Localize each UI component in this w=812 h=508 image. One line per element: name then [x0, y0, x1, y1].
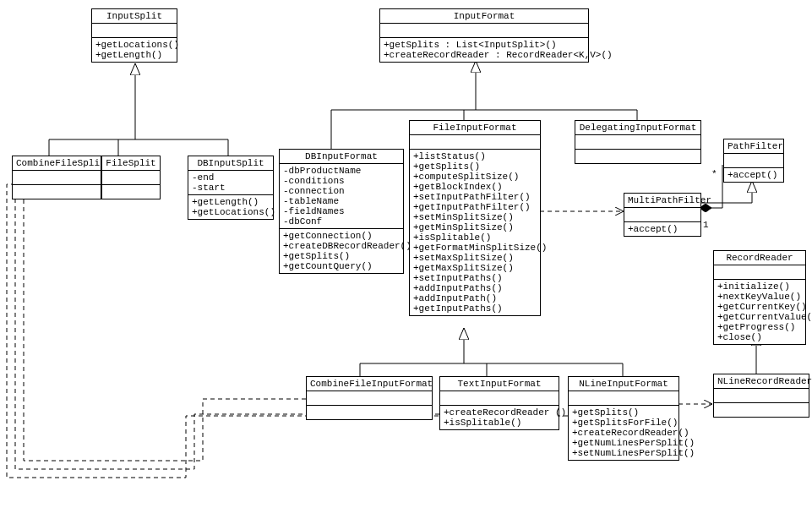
m: +getCountQuery() [283, 261, 400, 271]
m: +getCurrentKey() [717, 302, 802, 312]
class-combinefileinputformat: CombineFileInputFormat [306, 376, 433, 420]
m: +accept() [628, 224, 697, 234]
m: +getSplits() [283, 251, 400, 261]
mult-one: 1 [703, 220, 709, 230]
m: +createRecordReader () [444, 407, 555, 418]
title: MultiPathFilter [628, 195, 711, 205]
m: +setMinSplitSize() [413, 212, 537, 222]
m: +getMinSplitSize() [413, 222, 537, 232]
a: -tableName [283, 196, 400, 206]
m: +getFormatMinSplitSize() [413, 243, 537, 253]
a: -dbConf [283, 216, 400, 227]
m: +getProgress() [717, 322, 802, 332]
m: +setMaxSplitSize() [413, 253, 537, 263]
a: -fieldNames [283, 206, 400, 216]
m: +createRecordReader : RecordReader<K,V>(… [384, 50, 585, 60]
title: InputFormat [454, 11, 515, 21]
m: +createRecordReader() [572, 428, 675, 438]
title: InputSplit [106, 11, 162, 21]
m: +isSplitable() [413, 232, 537, 243]
title: NLineInputFormat [579, 379, 668, 389]
title: RecordReader [726, 253, 793, 263]
m: +initialize() [717, 281, 802, 292]
title: CombineFileInputFormat [310, 379, 433, 389]
class-nlinerecordreader: NLineRecordReader [713, 374, 809, 418]
m: +getSplits() [572, 407, 675, 418]
m: +isSplitable() [444, 418, 555, 428]
a: -end [192, 172, 270, 183]
class-delegatinginputformat: DelegatingInputFormat [575, 120, 701, 164]
title: CombineFileSplit [16, 158, 106, 168]
m: +getSplits : List<InputSplit>() [384, 40, 585, 50]
class-inputsplit: InputSplit +getLocations() +getLength() [91, 8, 177, 63]
m: +computeSplitSize() [413, 172, 537, 182]
title: DBInputSplit [197, 158, 264, 168]
a: -connection [283, 186, 400, 196]
m: +addInputPaths() [413, 283, 537, 293]
m: +close() [717, 332, 802, 342]
class-combinefilesplit: CombineFileSplit [12, 156, 101, 199]
class-recordreader: RecordReader +initialize()+nextKeyValue(… [713, 250, 806, 345]
title: DBInputFormat [305, 151, 378, 161]
m: +setNumLinesPerSplit() [572, 448, 675, 458]
m: +getLength() [192, 197, 270, 207]
m: +getSplitsForFile() [572, 418, 675, 428]
class-dbinputformat: DBInputFormat -dbProductName -conditions… [279, 149, 404, 274]
m: +getInputPathFilter() [413, 202, 537, 212]
m: +getLength() [95, 50, 173, 60]
a: -dbProductName [283, 166, 400, 176]
m: +getSplits() [413, 161, 537, 172]
m: +getCurrentValue() [717, 312, 802, 322]
m: +getBlockIndex() [413, 182, 537, 192]
title: FileSplit [106, 158, 155, 168]
class-pathfilter: PathFilter +accept() [723, 139, 784, 183]
a: -start [192, 183, 270, 193]
title: PathFilter [728, 141, 783, 151]
mult-star: * [711, 169, 717, 179]
class-fileinputformat: FileInputFormat +listStatus()+getSplits(… [409, 120, 541, 316]
class-multipathfilter: MultiPathFilter +accept() [624, 193, 701, 237]
m: +setInputPaths() [413, 273, 537, 283]
m: +createDBRecordReader() [283, 241, 400, 251]
a: -conditions [283, 176, 400, 186]
title: FileInputFormat [433, 123, 516, 133]
m: +getMaxSplitSize() [413, 263, 537, 273]
m: +getNumLinesPerSplit() [572, 438, 675, 448]
connectors [0, 0, 812, 508]
title: DelegatingInputFormat [580, 123, 697, 133]
class-dbinputsplit: DBInputSplit -end -start +getLength() +g… [188, 156, 274, 220]
class-nlineinputformat: NLineInputFormat +getSplits()+getSplitsF… [568, 376, 679, 461]
m: +getLocations() [95, 40, 173, 50]
title: TextInputFormat [457, 379, 541, 389]
m: +getConnection() [283, 231, 400, 241]
class-filesplit: FileSplit [101, 156, 161, 199]
m: +addInputPath() [413, 293, 537, 303]
class-textinputformat: TextInputFormat +createRecordReader () +… [439, 376, 559, 430]
m: +listStatus() [413, 151, 537, 161]
class-inputformat: InputFormat +getSplits : List<InputSplit… [379, 8, 589, 63]
m: +accept() [728, 170, 780, 180]
m: +setInputPathFilter() [413, 192, 537, 202]
m: +getInputPaths() [413, 303, 537, 314]
title: NLineRecordReader [717, 376, 812, 386]
m: +getLocations() [192, 207, 270, 217]
m: +nextKeyValue() [717, 292, 802, 302]
